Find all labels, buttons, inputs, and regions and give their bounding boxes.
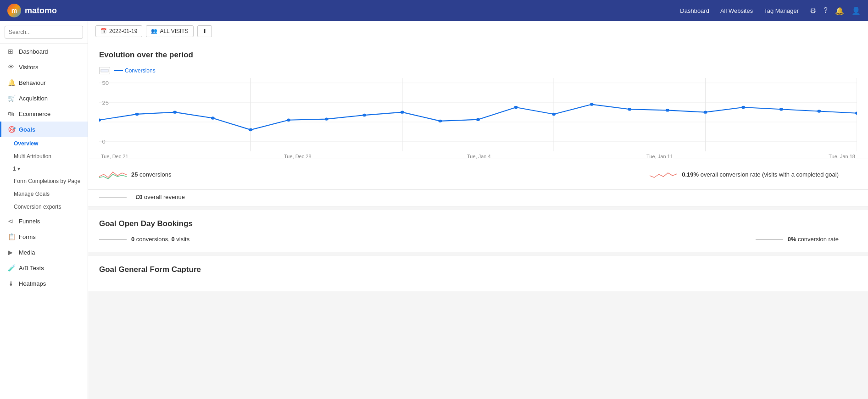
svg-text:50: 50	[102, 80, 109, 86]
funnels-icon: ⊲	[8, 217, 15, 225]
sidebar-subitem-conversion-exports[interactable]: Conversion exports	[0, 200, 88, 213]
acquisition-icon: 🛒	[8, 94, 15, 102]
sidebar-item-acquisition[interactable]: 🛒 Acquisition	[0, 90, 88, 106]
user-icon[interactable]: 👤	[851, 6, 861, 15]
sidebar: ⊞ Dashboard 👁 Visitors 🔔 Behaviour 🛒 Acq…	[0, 21, 88, 399]
x-label-jan18: Tue, Jan 18	[829, 154, 855, 159]
sidebar-item-heatmaps[interactable]: 🌡 Heatmaps	[0, 276, 88, 291]
heatmaps-icon: 🌡	[8, 280, 15, 287]
revenue-section: £0 overall revenue	[88, 190, 868, 206]
goal1-rate-text: 0% conversion rate	[788, 236, 839, 243]
forms-icon: 📋	[8, 233, 15, 240]
all-websites-nav-link[interactable]: All Websites	[720, 7, 753, 14]
sidebar-item-behaviour[interactable]: 🔔 Behaviour	[0, 75, 88, 90]
sidebar-item-label: Forms	[19, 233, 36, 240]
dashboard-icon: ⊞	[8, 48, 15, 55]
conversion-rate-value: 0.19%	[682, 171, 699, 178]
sidebar-item-ab-tests[interactable]: 🧪 A/B Tests	[0, 260, 88, 276]
sidebar-item-dashboard[interactable]: ⊞ Dashboard	[0, 44, 88, 59]
svg-point-25	[552, 113, 556, 116]
dashboard-nav-link[interactable]: Dashboard	[680, 7, 709, 14]
chart-legend: Conversions	[99, 67, 857, 74]
sidebar-item-media[interactable]: ▶ Media	[0, 244, 88, 260]
sidebar-item-label: Behaviour	[19, 79, 46, 86]
search-input[interactable]	[5, 26, 83, 39]
sidebar-item-label: Media	[19, 249, 35, 256]
goal2-title: Goal General Form Capture	[99, 265, 857, 274]
sidebar-item-label: Funnels	[19, 218, 40, 225]
sidebar-subitem-manage-goals[interactable]: Manage Goals	[0, 188, 88, 200]
conversions-stat: 25 conversions	[99, 167, 345, 181]
revenue-label: overall revenue	[144, 194, 185, 200]
goal1-title: Goal Open Day Bookings	[99, 219, 857, 228]
legend-line-dash	[114, 70, 123, 71]
conversions-label: conversions	[139, 171, 171, 178]
form-completions-label: Form Completions by Page	[14, 178, 80, 184]
notifications-icon[interactable]: 🔔	[835, 6, 844, 15]
goal1-visits: 0	[171, 236, 174, 243]
sidebar-item-forms[interactable]: 📋 Forms	[0, 229, 88, 244]
svg-point-21	[401, 111, 404, 113]
goal1-stats-text: 0 conversions, 0 visits	[131, 236, 189, 243]
legend-label: Conversions	[125, 67, 156, 74]
goal-open-day-section: Goal Open Day Bookings 0 conversions, 0 …	[88, 210, 868, 252]
evolution-chart-section: Evolution over the period Conversions	[88, 41, 868, 159]
conversion-rate-label: overall conversion rate (visits with a c…	[701, 171, 839, 178]
sidebar-subitem-form-completions[interactable]: Form Completions by Page	[0, 175, 88, 188]
goals-icon: 🎯	[8, 126, 15, 133]
svg-point-22	[438, 120, 442, 122]
sidebar-subitem-multi-attribution[interactable]: Multi Attribution	[0, 150, 88, 163]
segment-button[interactable]: 👥 ALL VISITS	[146, 25, 193, 37]
revenue-line	[99, 197, 127, 198]
svg-point-17	[249, 128, 252, 131]
svg-point-28	[666, 109, 669, 111]
date-button[interactable]: 📅 2022-01-19	[95, 25, 142, 37]
media-icon: ▶	[8, 249, 15, 256]
goal-1-label: 1 ▾	[13, 166, 20, 172]
sidebar-subitem-overview[interactable]: Overview	[0, 137, 88, 150]
stats-section: 25 conversions 0.19% overall conversion …	[88, 159, 868, 190]
collapse-button[interactable]: ⬆	[197, 25, 212, 37]
svg-point-20	[362, 114, 366, 116]
goal1-rate-stat: 0% conversion rate	[345, 236, 857, 243]
content-area: Evolution over the period Conversions	[88, 41, 868, 291]
conversions-count: 25	[131, 171, 138, 178]
conversion-rate-sparkline	[650, 167, 677, 181]
sidebar-item-funnels[interactable]: ⊲ Funnels	[0, 213, 88, 229]
calendar-icon: 📅	[100, 28, 107, 34]
sidebar-item-label: Goals	[19, 126, 35, 133]
goal1-conversions: 0	[131, 236, 134, 243]
goal1-conversions-label: conversions,	[136, 236, 170, 243]
main-content: 📅 2022-01-19 👥 ALL VISITS ⬆ Evolution ov…	[88, 21, 868, 399]
revenue-value: £0	[136, 194, 142, 200]
svg-point-24	[514, 106, 518, 109]
sidebar-item-goals[interactable]: 🎯 Goals	[0, 122, 88, 137]
svg-point-13	[99, 119, 101, 122]
goal1-rate-line	[756, 239, 783, 240]
topnav-right: Dashboard All Websites Tag Manager ⚙ ? 🔔…	[680, 6, 861, 15]
settings-icon[interactable]: ⚙	[810, 6, 816, 15]
goal1-stats: 0 conversions, 0 visits 0% conversion ra…	[99, 236, 857, 243]
sidebar-item-label: A/B Tests	[19, 265, 44, 272]
svg-point-26	[590, 103, 594, 105]
svg-point-23	[476, 118, 480, 121]
svg-text:0: 0	[102, 139, 106, 144]
goal1-rate-value: 0%	[788, 236, 796, 243]
goal1-conversions-stat: 0 conversions, 0 visits	[99, 236, 345, 243]
tag-manager-nav-link[interactable]: Tag Manager	[764, 7, 799, 14]
conversion-exports-label: Conversion exports	[14, 204, 61, 210]
chart-svg: 50 25 0	[99, 78, 857, 151]
toolbar: 📅 2022-01-19 👥 ALL VISITS ⬆	[88, 21, 868, 41]
chart-title: Evolution over the period	[99, 50, 857, 60]
svg-point-27	[628, 108, 631, 111]
sidebar-item-ecommerce[interactable]: 🛍 Ecommerce	[0, 106, 88, 122]
sidebar-item-visitors[interactable]: 👁 Visitors	[0, 59, 88, 75]
svg-point-32	[817, 110, 821, 112]
svg-point-15	[173, 111, 177, 113]
help-icon[interactable]: ?	[823, 6, 828, 15]
overview-label: Overview	[14, 140, 38, 147]
sidebar-item-label: Acquisition	[19, 95, 48, 102]
segment-icon: 👥	[151, 28, 157, 34]
date-label: 2022-01-19	[109, 28, 137, 34]
sidebar-subitem-goal-1[interactable]: 1 ▾	[0, 163, 88, 175]
